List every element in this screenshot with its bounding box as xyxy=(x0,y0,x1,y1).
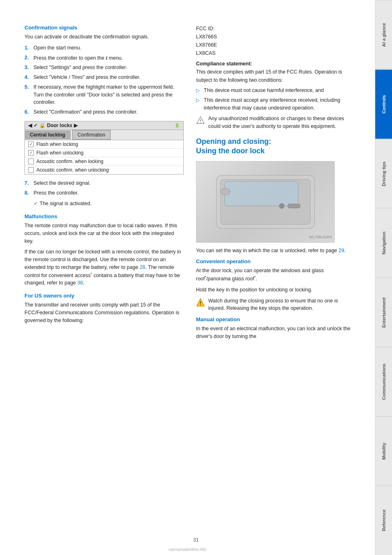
sidebar: At a glance Controls Driving tips Naviga… xyxy=(375,0,392,555)
fcc-block: FCC ID: LX8766S LX8766E LX8CAS Complianc… xyxy=(196,25,355,130)
convenient-op-para2: Hold the key in the position for unlocki… xyxy=(196,286,355,294)
page-number: 31 xyxy=(193,537,198,543)
page-29-link[interactable]: 29 xyxy=(339,248,344,253)
step-4: 4. Select "Vehicle / Tires" and press th… xyxy=(24,74,184,81)
svg-rect-5 xyxy=(225,181,298,206)
manual-operation-title: Manual operation xyxy=(196,316,355,322)
opening-closing-body: You can set the way in which the car is … xyxy=(196,247,355,255)
svg-rect-6 xyxy=(288,204,300,208)
us-owners-title: For US owners only xyxy=(24,293,184,299)
compliance-statement: Compliance statement: This device compli… xyxy=(196,60,355,84)
star-superscript: * xyxy=(91,272,92,276)
checkbox-acoustic-locking[interactable] xyxy=(28,159,34,164)
door-locks-tabs: Central locking Confirmation xyxy=(25,130,183,140)
row-acoustic-unlocking: Acoustic confirm. when unlocking xyxy=(25,166,183,174)
sidebar-tab-at-a-glance[interactable]: At a glance xyxy=(375,0,392,69)
malfunctions-title: Malfunctions xyxy=(24,213,184,219)
arrow-icon-2: ▷ xyxy=(196,96,200,112)
door-locks-header: ◀ ✓ 🔒 Door locks ▶ 🔋 xyxy=(25,121,183,130)
fcc-id-label: FCC ID: LX8766S LX8766E LX8CAS xyxy=(196,25,355,57)
door-illustration xyxy=(208,167,323,237)
confirmation-signals-intro: You can activate or deactivate the confi… xyxy=(24,33,184,41)
step-8: 8. Press the controller. xyxy=(24,189,184,197)
confirmation-tab[interactable]: Confirmation xyxy=(72,130,111,140)
sidebar-tab-communications[interactable]: Communications xyxy=(375,347,392,416)
page-28-link[interactable]: 28 xyxy=(140,264,145,270)
door-locks-box: ◀ ✓ 🔒 Door locks ▶ 🔋 Central locking Con… xyxy=(24,121,184,175)
convenient-operation-section: Convenient operation At the door lock, y… xyxy=(196,258,355,312)
manual-operation-section: Manual operation In the event of an elec… xyxy=(196,316,355,340)
checkbox-flash-unlocking[interactable]: ✓ xyxy=(28,150,34,156)
checkbox-acoustic-unlocking[interactable] xyxy=(28,167,34,173)
svg-point-2 xyxy=(200,122,201,123)
bullet-1: ▷ This device must not cause harmful int… xyxy=(196,87,355,94)
step-6: 6. Select "Confirmation" and press the c… xyxy=(24,108,184,116)
i-menu-icon: i xyxy=(106,55,107,61)
fcc-warning-box: Any unauthorized modifications or change… xyxy=(196,115,355,130)
sidebar-tab-entertainment[interactable]: Entertainment xyxy=(375,278,392,347)
bullet-2: ▷ This device must accept any interferen… xyxy=(196,96,355,112)
door-locks-header-title: ◀ ✓ 🔒 Door locks ▶ xyxy=(28,123,78,128)
caution-box: Watch during the closing process to ensu… xyxy=(196,297,355,313)
door-image xyxy=(196,161,334,242)
step-5: 5. If necessary, move the highlight mark… xyxy=(24,83,184,106)
door-image-box: WL738LG0P9 xyxy=(196,161,335,243)
star-sup-2: * xyxy=(254,275,256,279)
steps-list: 1. Open the start menu. 2. Press the con… xyxy=(24,44,184,116)
us-owners-para1: The transmitter and receiver units compl… xyxy=(24,301,184,324)
sidebar-tab-mobility[interactable]: Mobility xyxy=(375,416,392,486)
sidebar-tab-reference[interactable]: Reference xyxy=(375,486,392,555)
convenient-op-para1: At the door lock, you can operate the wi… xyxy=(196,267,355,283)
step-1: 1. Open the start menu. xyxy=(24,44,184,52)
star-sup-1: * xyxy=(205,275,207,279)
step-2: 2. Press the controller to open the i me… xyxy=(24,54,184,62)
sidebar-tab-navigation[interactable]: Navigation xyxy=(375,208,392,278)
watermark: carmanualonline.info xyxy=(0,547,375,552)
sidebar-tab-controls[interactable]: Controls xyxy=(375,69,392,139)
row-acoustic-locking: Acoustic confirm. when locking xyxy=(25,157,183,166)
warning-triangle-icon xyxy=(196,298,205,307)
page-38-link[interactable]: 38 xyxy=(77,280,83,286)
malfunctions-para1: The remote control may malfunction due t… xyxy=(24,222,184,245)
arrow-icon-1: ▷ xyxy=(196,87,200,94)
svg-point-8 xyxy=(220,188,230,195)
malfunctions-para2: If the car can no longer be locked with … xyxy=(24,248,184,287)
row-flash-unlocking: ✓ Flash when unlocking xyxy=(25,149,183,157)
confirmation-signals-title: Confirmation signals xyxy=(24,25,184,31)
checkmark-icon: ✓ xyxy=(33,200,38,208)
us-owners-section: For US owners only The transmitter and r… xyxy=(24,293,184,324)
row-flash-locking: ✓ Flash when locking xyxy=(25,140,183,149)
step-7: 7. Select the desired signal. xyxy=(24,179,184,187)
opening-closing-section: Opening and closing: Using the door lock xyxy=(196,137,355,255)
caution-triangle-icon xyxy=(196,116,205,125)
malfunctions-section: Malfunctions The remote control may malf… xyxy=(24,213,184,287)
steps-after-list: 7. Select the desired signal. 8. Press t… xyxy=(24,179,184,197)
confirmation-signals-section: Confirmation signals You can activate or… xyxy=(24,25,184,208)
convenient-operation-title: Convenient operation xyxy=(196,258,355,264)
svg-point-7 xyxy=(279,204,284,208)
central-locking-tab[interactable]: Central locking xyxy=(25,130,71,139)
step-3: 3. Select "Settings" and press the contr… xyxy=(24,64,184,72)
activated-text: ✓ The signal is activated. xyxy=(33,200,184,208)
manual-operation-para1: In the event of an electrical malfunctio… xyxy=(196,325,355,340)
checkbox-flash-locking[interactable]: ✓ xyxy=(28,141,34,147)
opening-closing-title: Opening and closing: Using the door lock xyxy=(196,137,355,156)
sidebar-tab-driving-tips[interactable]: Driving tips xyxy=(375,139,392,208)
svg-point-11 xyxy=(200,304,201,305)
image-caption: WL738LG0P9 xyxy=(309,235,332,239)
